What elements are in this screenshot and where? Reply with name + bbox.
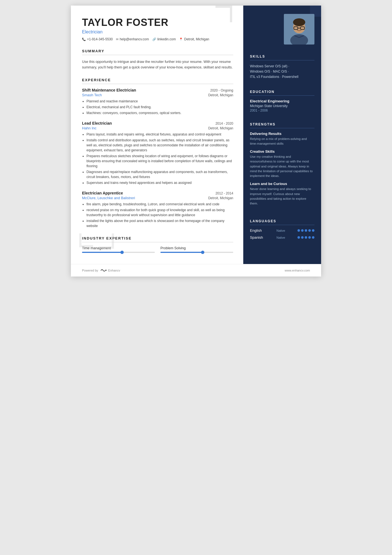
location-value: Detroit, Michigan bbox=[184, 37, 209, 41]
skill-item-2: ITIL v3 Foundations · Powershell bbox=[250, 74, 314, 80]
dot-1-4 bbox=[312, 236, 314, 239]
candidate-photo bbox=[284, 14, 314, 45]
exp-company-1: Hahn Inc bbox=[82, 126, 96, 130]
lang-item-0: English Native bbox=[250, 228, 314, 233]
expertise-bar-fill-1 bbox=[160, 252, 203, 253]
dot-0-0 bbox=[297, 229, 300, 232]
expertise-label-1: Problem Solving bbox=[160, 246, 233, 250]
education-section: EDUCATION Electrical Engineering Michiga… bbox=[243, 85, 321, 112]
dot-0-3 bbox=[308, 229, 311, 232]
lang-item-1: Spanish Native bbox=[250, 235, 314, 240]
expertise-bar-bg-1 bbox=[160, 252, 233, 253]
location-contact: 📍 Detroit, Michigan bbox=[179, 37, 209, 41]
exp-company-0: Smash Tech bbox=[82, 93, 102, 97]
exp-item-2: Electrician Apprentice 2012 - 2014 McClu… bbox=[82, 191, 233, 228]
strengths-section: STRENGTHS Delivering Results Relying on … bbox=[243, 118, 321, 209]
email-value: help@enhancv.com bbox=[120, 37, 149, 41]
exp-bullet-2-0: fire alarm, pipe bending, troubleshootin… bbox=[86, 202, 233, 207]
summary-text: Use this opportunity to intrigue and dra… bbox=[82, 59, 233, 70]
exp-header-0: Shift Maintenance Electrician 2020 - Ong… bbox=[82, 88, 233, 92]
dot-0-2 bbox=[305, 229, 307, 232]
exp-bullet-1-1: Installs control and distribution appara… bbox=[86, 138, 233, 153]
skill-item-0: Windows Server O/S (all) · bbox=[250, 64, 314, 69]
exp-bullet-1-0: Plans layout, installs and repairs wirin… bbox=[86, 132, 233, 137]
footer-website: www.enhancv.com bbox=[285, 269, 310, 272]
lang-name-0: English bbox=[250, 228, 269, 233]
strengths-title: STRENGTHS bbox=[250, 122, 314, 128]
exp-location-1: Detroit, Michigan bbox=[208, 126, 233, 130]
exp-header-2: Electrician Apprentice 2012 - 2014 bbox=[82, 191, 233, 195]
expertise-bar-dot-1 bbox=[201, 251, 204, 254]
website-value: linkedin.com bbox=[157, 37, 176, 41]
edu-degree: Electrical Engineering bbox=[250, 99, 314, 103]
exp-bullet-2-1: received praise on my evaluation for bot… bbox=[86, 208, 233, 218]
deco-bracket-bottom bbox=[79, 233, 93, 247]
exp-date-1: 2014 - 2020 bbox=[215, 122, 233, 125]
experience-title: EXPERIENCE bbox=[82, 78, 233, 84]
strength-desc-2: Never done learning and always seeking t… bbox=[250, 187, 314, 206]
location-icon: 📍 bbox=[179, 38, 183, 41]
exp-date-0: 2020 - Ongoing bbox=[210, 88, 233, 92]
exp-item-0: Shift Maintenance Electrician 2020 - Ong… bbox=[82, 88, 233, 115]
exp-subheader-2: McClure, Leuschke and Balistreri Detroit… bbox=[82, 196, 233, 200]
education-title: EDUCATION bbox=[250, 90, 314, 96]
header: TAYLOR FOSTER Electrician 📞 +1-914-345-5… bbox=[82, 17, 233, 41]
lang-name-1: Spanish bbox=[250, 235, 269, 240]
strength-name-1: Creative Skills bbox=[250, 149, 314, 154]
contact-row: 📞 +1-914-345-5530 ✉ help@enhancv.com 🔗 l… bbox=[82, 37, 233, 41]
exp-date-2: 2012 - 2014 bbox=[215, 191, 233, 195]
expertise-item-1: Problem Solving bbox=[160, 246, 233, 253]
resume-wrapper: TAYLOR FOSTER Electrician 📞 +1-914-345-5… bbox=[71, 6, 321, 277]
footer-logo: Enhancv bbox=[100, 268, 120, 273]
website-contact: 🔗 linkedin.com bbox=[152, 37, 176, 41]
powered-by-label: Powered by bbox=[82, 269, 98, 272]
dot-0-1 bbox=[301, 229, 304, 232]
exp-bullets-2: fire alarm, pipe bending, troubleshootin… bbox=[82, 202, 233, 228]
dot-1-0 bbox=[297, 236, 300, 239]
lang-dots-1 bbox=[297, 236, 314, 239]
exp-bullet-1-3: Diagnoses and repair/replace malfunction… bbox=[86, 169, 233, 179]
brand-name: Enhancv bbox=[108, 269, 120, 272]
dot-1-1 bbox=[301, 236, 304, 239]
left-column: TAYLOR FOSTER Electrician 📞 +1-914-345-5… bbox=[71, 6, 243, 264]
languages-section: LANGUAGES English Native Spanish Native bbox=[243, 215, 321, 242]
expertise-bar-fill-0 bbox=[82, 252, 122, 253]
footer-left: Powered by Enhancv bbox=[82, 268, 120, 273]
skill-item-1: Windows O/S · MAC O/S · bbox=[250, 69, 314, 74]
exp-bullets-0: Planned and reactive maintenance Electri… bbox=[82, 99, 233, 115]
exp-bullet-2-2: installed the lights above the pool area… bbox=[86, 218, 233, 228]
email-icon: ✉ bbox=[116, 38, 118, 41]
dot-1-3 bbox=[308, 236, 311, 239]
candidate-name: TAYLOR FOSTER bbox=[82, 17, 233, 28]
link-icon: 🔗 bbox=[152, 38, 156, 41]
strength-desc-0: Relying on a mix of problem-solving and … bbox=[250, 137, 314, 146]
exp-location-2: Detroit, Michigan bbox=[208, 196, 233, 200]
phone-icon: 📞 bbox=[82, 38, 86, 41]
summary-title: SUMMARY bbox=[82, 49, 233, 55]
photo-container bbox=[243, 6, 321, 50]
footer: Powered by Enhancv www.enhancv.com bbox=[71, 264, 321, 277]
svg-point-3 bbox=[293, 18, 305, 26]
exp-role-0: Shift Maintenance Electrician bbox=[82, 88, 136, 92]
expertise-bar-dot-0 bbox=[120, 251, 124, 254]
exp-item-1: Lead Electrician 2014 - 2020 Hahn Inc De… bbox=[82, 121, 233, 185]
deco-l-bottom-right bbox=[99, 233, 114, 249]
skills-title: SKILLS bbox=[250, 55, 314, 60]
edu-school: Michigan State University bbox=[250, 104, 314, 108]
exp-bullet-0-1: Electrical, mechanical and PLC fault fin… bbox=[86, 105, 233, 110]
resume-body: TAYLOR FOSTER Electrician 📞 +1-914-345-5… bbox=[71, 6, 321, 264]
phone-contact: 📞 +1-914-345-5530 bbox=[82, 37, 113, 41]
strength-name-0: Delivering Results bbox=[250, 132, 314, 136]
exp-company-2: McClure, Leuschke and Balistreri bbox=[82, 196, 135, 200]
phone-value: +1-914-345-5530 bbox=[87, 37, 113, 41]
exp-subheader-1: Hahn Inc Detroit, Michigan bbox=[82, 126, 233, 130]
experience-section: EXPERIENCE Shift Maintenance Electrician… bbox=[82, 78, 233, 228]
strength-item-2: Learn and be Curious Never done learning… bbox=[250, 182, 314, 206]
strength-desc-1: Use my creative thinking and resourceful… bbox=[250, 154, 314, 178]
expertise-bar-bg-0 bbox=[82, 252, 155, 253]
email-contact: ✉ help@enhancv.com bbox=[116, 37, 149, 41]
exp-subheader-0: Smash Tech Detroit, Michigan bbox=[82, 93, 233, 97]
lang-dots-0 bbox=[297, 229, 314, 232]
skills-section: SKILLS Windows Server O/S (all) · Window… bbox=[243, 50, 321, 80]
exp-bullet-0-2: Machines: conveyors, compactors, compres… bbox=[86, 110, 233, 115]
